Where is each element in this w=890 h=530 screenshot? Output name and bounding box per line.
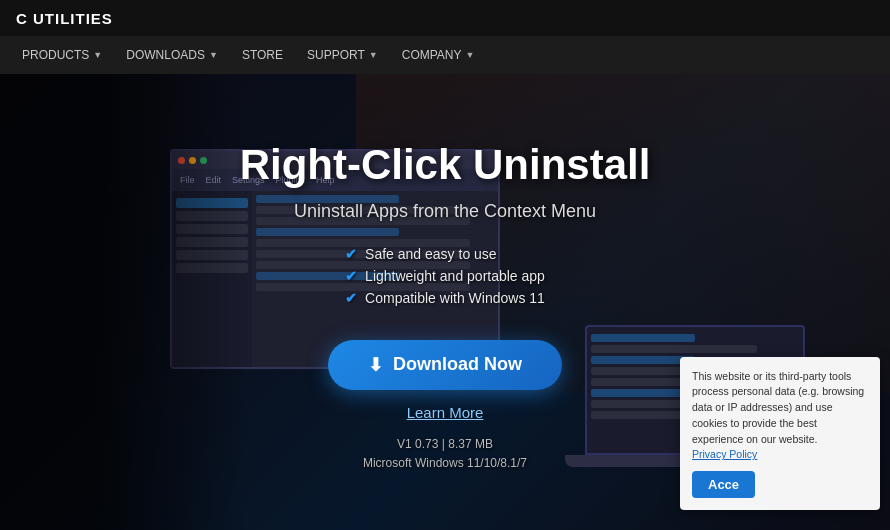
nav-support-label: SUPPORT (307, 48, 365, 62)
feature-text-3: Compatible with Windows 11 (365, 290, 545, 306)
nav-company[interactable]: COMPANY ▼ (392, 42, 485, 68)
checkmark-icon: ✔ (345, 268, 357, 284)
nav-downloads-label: DOWNLOADS (126, 48, 205, 62)
learn-more-link[interactable]: Learn More (407, 404, 484, 421)
cookie-text: This website or its third-party tools pr… (692, 369, 868, 464)
chevron-down-icon: ▼ (466, 50, 475, 60)
hero-section: File Edit Settings Plugins Help (0, 74, 890, 530)
version-number: V1 0.73 | 8.37 MB (363, 435, 527, 454)
feature-item-1: ✔ Safe and easy to use (345, 246, 545, 262)
chevron-down-icon: ▼ (369, 50, 378, 60)
download-button[interactable]: ⬇ Download Now (328, 340, 562, 390)
nav-store-label: STORE (242, 48, 283, 62)
nav-store[interactable]: STORE (232, 42, 293, 68)
hero-subtitle: Uninstall Apps from the Context Menu (294, 201, 596, 222)
feature-text-1: Safe and easy to use (365, 246, 497, 262)
cookie-notice: This website or its third-party tools pr… (680, 357, 880, 511)
download-icon: ⬇ (368, 354, 383, 376)
top-bar: C UTILITIES (0, 0, 890, 36)
chevron-down-icon: ▼ (93, 50, 102, 60)
accept-cookie-button[interactable]: Acce (692, 471, 755, 498)
nav-products-label: PRODUCTS (22, 48, 89, 62)
chevron-down-icon: ▼ (209, 50, 218, 60)
nav-company-label: COMPANY (402, 48, 462, 62)
download-button-label: Download Now (393, 354, 522, 375)
feature-item-3: ✔ Compatible with Windows 11 (345, 290, 545, 306)
nav-products[interactable]: PRODUCTS ▼ (12, 42, 112, 68)
feature-text-2: Lightweight and portable app (365, 268, 545, 284)
checkmark-icon: ✔ (345, 246, 357, 262)
nav-support[interactable]: SUPPORT ▼ (297, 42, 388, 68)
hero-title: Right-Click Uninstall (240, 141, 651, 189)
version-info: V1 0.73 | 8.37 MB Microsoft Windows 11/1… (363, 435, 527, 473)
nav-downloads[interactable]: DOWNLOADS ▼ (116, 42, 228, 68)
app-logo: C UTILITIES (16, 10, 113, 27)
privacy-policy-link[interactable]: Privacy Policy (692, 448, 757, 460)
features-list: ✔ Safe and easy to use ✔ Lightweight and… (345, 246, 545, 312)
navigation: PRODUCTS ▼ DOWNLOADS ▼ STORE SUPPORT ▼ C… (0, 36, 890, 74)
feature-item-2: ✔ Lightweight and portable app (345, 268, 545, 284)
compatibility-info: Microsoft Windows 11/10/8.1/7 (363, 454, 527, 473)
checkmark-icon: ✔ (345, 290, 357, 306)
learn-more-label: Learn More (407, 404, 484, 421)
